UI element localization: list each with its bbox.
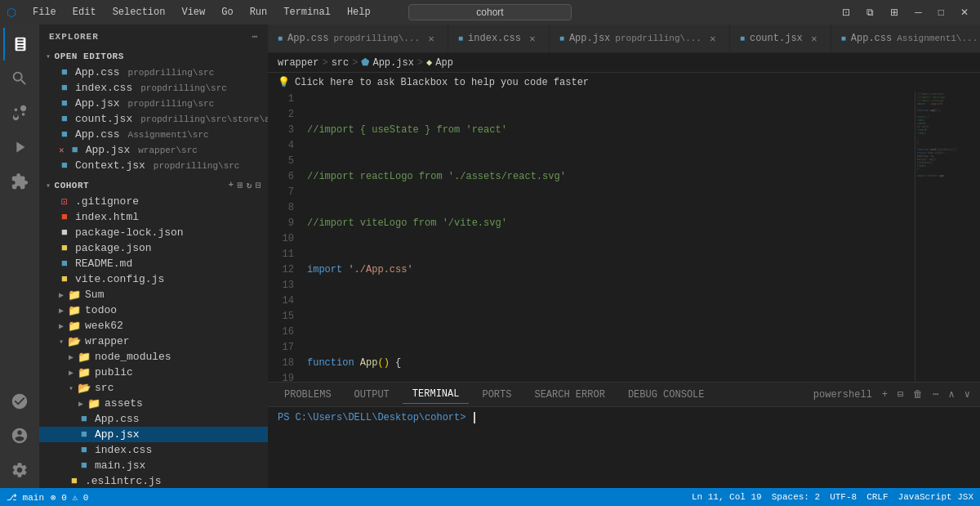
tab-terminal[interactable]: TERMINAL [403, 385, 470, 404]
status-errors[interactable]: ⊗ 0 ⚠ 0 [51, 492, 88, 503]
folder-wrapper[interactable]: ▾ 📂 wrapper [39, 334, 268, 349]
menu-edit[interactable]: Edit [66, 5, 103, 20]
activity-explorer[interactable] [3, 28, 36, 60]
menu-run[interactable]: Run [243, 5, 274, 20]
open-editor-item[interactable]: ■ count.jsx propdrilling\src\store\atom [39, 111, 268, 127]
menu-selection[interactable]: Selection [106, 5, 172, 20]
tab-app-css-assignment1[interactable]: ■ App.css Assignment1\... ✕ [831, 25, 980, 52]
chevron-right-icon: ▶ [59, 306, 64, 316]
tab-output[interactable]: OUTPUT [345, 386, 399, 404]
new-file-btn[interactable]: + [229, 180, 234, 190]
open-editor-name: App.jsx [75, 97, 120, 110]
tab-app-css-propdrilling[interactable]: ■ App.css propdrilling\... ✕ [268, 25, 448, 52]
open-editor-item[interactable]: ■ App.css propdrilling\src [39, 65, 268, 80]
layout-btn[interactable]: ⊡ [837, 5, 855, 20]
activity-settings[interactable] [3, 454, 36, 486]
collapse-btn[interactable]: ⊟ [256, 180, 261, 190]
blackbox-hint[interactable]: 💡 Click here to ask Blackbox to help you… [268, 73, 980, 92]
status-encoding[interactable]: UTF-8 [830, 492, 857, 502]
folder-src[interactable]: ▾ 📂 src [39, 380, 268, 396]
terminal-cursor [474, 412, 481, 423]
breadcrumb-wrapper[interactable]: wrapper [278, 57, 318, 69]
file-vite-config[interactable]: ■ vite.config.js [39, 271, 268, 287]
activity-search[interactable] [3, 62, 36, 95]
terminal-content[interactable]: PS C:\Users\DELL\Desktop\cohort> [268, 407, 980, 488]
terminal-chevron-up-btn[interactable]: ∧ [946, 387, 958, 402]
refresh-btn[interactable]: ↻ [247, 180, 252, 190]
activity-accounts[interactable] [3, 419, 36, 452]
menu-file[interactable]: File [26, 5, 63, 20]
tab-count-jsx[interactable]: ■ count.jsx ✕ [730, 25, 831, 52]
menu-terminal[interactable]: Terminal [277, 5, 337, 20]
new-file-icon[interactable]: ⋯ [252, 31, 258, 42]
terminal-trash-btn[interactable]: 🗑 [910, 387, 926, 402]
activity-source-control[interactable] [3, 96, 36, 129]
status-spaces[interactable]: Spaces: 2 [772, 492, 820, 502]
terminal-chevron-down-btn[interactable]: ∨ [961, 387, 973, 402]
status-git-branch[interactable]: ⎇ main [7, 492, 44, 503]
file-index-html[interactable]: ■ index.html [39, 209, 268, 225]
terminal-split-btn[interactable]: ⊟ [894, 387, 906, 402]
folder-node-modules[interactable]: ▶ 📁 node_modules [39, 349, 268, 365]
activity-extensions[interactable] [3, 165, 36, 198]
tab-close-btn[interactable]: ✕ [706, 32, 719, 45]
tab-search-error[interactable]: SEARCH ERROR [524, 386, 614, 404]
ln-3: 3 [274, 123, 294, 138]
file-package-lock[interactable]: ■ package-lock.json [39, 225, 268, 240]
menu-go[interactable]: Go [215, 5, 239, 20]
open-editors-header[interactable]: ▾ OPEN EDITORS [39, 48, 268, 65]
activity-run[interactable] [3, 131, 36, 163]
tab-label: index.css [468, 33, 521, 44]
breadcrumb-src[interactable]: src [332, 57, 350, 69]
tab-debug-console[interactable]: DEBUG CONSOLE [618, 386, 715, 404]
file-gitignore[interactable]: ⊡ .gitignore [39, 194, 268, 209]
folder-icon: 📁 [69, 305, 80, 316]
open-editor-item[interactable]: ■ index.css propdrilling\src [39, 80, 268, 96]
maximize-btn[interactable]: □ [933, 5, 949, 20]
menu-help[interactable]: Help [341, 5, 377, 20]
status-language[interactable]: JavaScript JSX [898, 492, 973, 502]
terminal-more-btn[interactable]: ⋯ [929, 387, 942, 402]
global-search-input[interactable] [408, 4, 572, 20]
status-line-ending[interactable]: CRLF [866, 492, 888, 502]
layout-btn2[interactable]: ⧉ [862, 5, 879, 20]
minimize-btn[interactable]: ─ [910, 5, 927, 20]
breadcrumb-symbol[interactable]: App [435, 57, 453, 69]
file-eslintrc[interactable]: ■ .eslintrc.js [39, 473, 268, 488]
open-editor-item[interactable]: ■ App.css Assignment1\src [39, 127, 268, 142]
folder-todoo[interactable]: ▶ 📁 todoo [39, 302, 268, 318]
tab-index-css[interactable]: ■ index.css ✕ [448, 25, 550, 52]
tab-ports[interactable]: PORTS [472, 386, 521, 404]
folder-assets[interactable]: ▶ 📁 assets [39, 396, 268, 411]
terminal-add-btn[interactable]: + [879, 387, 891, 402]
tab-close-btn[interactable]: ✕ [808, 32, 821, 45]
tab-close-btn[interactable]: ✕ [425, 32, 438, 45]
activity-remote[interactable] [3, 385, 36, 418]
close-btn[interactable]: ✕ [956, 5, 973, 20]
folder-public[interactable]: ▶ 📁 public [39, 365, 268, 380]
open-editor-name: App.css [75, 66, 120, 78]
open-editor-item[interactable]: ✕ ■ App.jsx wrapper\src [39, 142, 268, 158]
file-index-css[interactable]: ■ index.css [39, 442, 268, 458]
tab-app-jsx-propdrilling[interactable]: ■ App.jsx propdrilling\... ✕ [550, 25, 730, 52]
folder-week62[interactable]: ▶ 📁 week62 [39, 318, 268, 334]
layout-btn3[interactable]: ⊞ [885, 5, 903, 20]
status-line-col[interactable]: Ln 11, Col 19 [692, 492, 762, 502]
tab-close-btn[interactable]: ✕ [526, 32, 539, 45]
open-editor-item[interactable]: ■ App.jsx propdrilling\src [39, 96, 268, 111]
open-editor-item[interactable]: ■ Context.jsx propdrilling\src [39, 158, 268, 173]
file-app-jsx-active[interactable]: ■ App.jsx [39, 427, 268, 442]
file-readme[interactable]: ■ README.md [39, 256, 268, 271]
bulb-icon: 💡 [278, 76, 290, 88]
breadcrumb-file[interactable]: App.jsx [372, 57, 413, 69]
folder-sum[interactable]: ▶ 📁 Sum [39, 287, 268, 302]
code-editor[interactable]: 1 2 3 4 5 6 7 8 9 10 11 12 13 14 15 16 1 [268, 92, 915, 382]
tab-problems[interactable]: PROBLEMS [274, 386, 341, 404]
file-package-json[interactable]: ■ package.json [39, 240, 268, 256]
file-app-css[interactable]: ■ App.css [39, 411, 268, 427]
css-icon: ■ [78, 414, 90, 425]
cohort-header[interactable]: ▾ COHORT + ⊞ ↻ ⊟ [39, 177, 268, 194]
file-main-jsx[interactable]: ■ main.jsx [39, 458, 268, 473]
menu-view[interactable]: View [175, 5, 212, 20]
new-folder-btn[interactable]: ⊞ [238, 180, 243, 190]
